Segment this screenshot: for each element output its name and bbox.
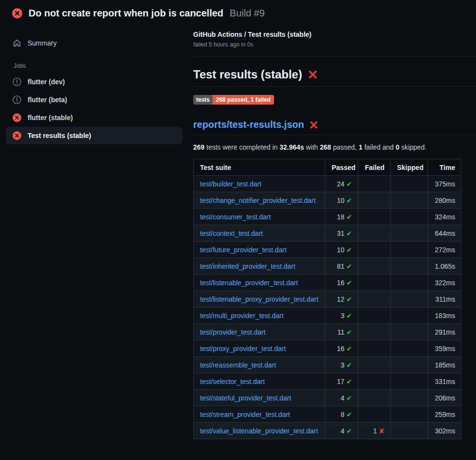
sidebar-job-flutter-stable-[interactable]: flutter (stable): [6, 109, 183, 126]
table-row: test/selector_test.dart17✔331ms: [194, 373, 461, 390]
summary-segment: skipped.: [399, 143, 427, 151]
red-x-icon: [308, 70, 318, 79]
suite-link[interactable]: test/context_test.dart: [200, 230, 263, 237]
suite-link[interactable]: test/change_notifier_provider_test.dart: [200, 197, 316, 204]
suite-link[interactable]: test/value_listenable_provider_test.dart: [200, 427, 318, 435]
suite-cell: test/listenable_provider_test.dart: [194, 275, 325, 291]
suite-link[interactable]: test/builder_test.dart: [200, 180, 261, 188]
count-value: 10: [337, 246, 345, 254]
suite-cell: test/stateful_provider_test.dart: [194, 390, 325, 406]
table-row: test/reassemble_test.dart3✔185ms: [194, 357, 461, 373]
skipped-cell: [391, 340, 428, 357]
check-icon: ✔: [346, 345, 352, 353]
skipped-cell: [391, 275, 428, 291]
time-cell: 1.065s: [428, 258, 461, 275]
check-title-text: Test results (stable): [193, 68, 302, 81]
failed-cell: [358, 373, 391, 390]
failed-cell: [358, 225, 391, 242]
failed-cell: [358, 340, 391, 357]
suite-link[interactable]: test/consumer_test.dart: [200, 213, 271, 221]
sidebar-summary-label: Summary: [28, 39, 57, 47]
x-circle-icon: [12, 8, 22, 18]
time-cell: 206ms: [428, 390, 461, 406]
check-icon: ✔: [346, 262, 352, 270]
time-cell: 185ms: [428, 357, 461, 373]
passed-cell: 4✔: [325, 390, 358, 406]
time-cell: 375ms: [428, 176, 461, 192]
count-value: 8: [340, 411, 344, 418]
col-header-test-suite: Test suite: [194, 159, 325, 176]
table-row: test/consumer_test.dart18✔324ms: [194, 209, 461, 225]
table-row: test/stateful_provider_test.dart4✔206ms: [194, 390, 461, 406]
time-cell: 311ms: [428, 291, 461, 307]
table-row: test/change_notifier_provider_test.dart1…: [194, 192, 461, 209]
check-icon: ✔: [346, 411, 352, 418]
summary-segment: 269: [193, 143, 204, 151]
suite-cell: test/future_provider_test.dart: [194, 242, 325, 258]
failed-cell: 1✘: [358, 423, 391, 439]
col-header-passed: Passed: [325, 159, 358, 176]
badge-value: 268 passed, 1 failed: [213, 95, 274, 105]
summary-segment: with: [304, 143, 320, 151]
col-header-time: Time: [428, 159, 461, 176]
suite-link[interactable]: test/provider_test.dart: [200, 328, 265, 336]
passed-cell: 12✔: [325, 291, 358, 307]
check-icon: ✔: [346, 361, 352, 369]
time-cell: 183ms: [428, 307, 461, 324]
count-value: 3: [340, 361, 344, 369]
suite-link[interactable]: test/stream_provider_test.dart: [200, 411, 290, 418]
passed-cell: 31✔: [325, 225, 358, 242]
skipped-cell: [391, 209, 428, 225]
time-cell: 322ms: [428, 275, 461, 291]
skipped-cell: [391, 307, 428, 324]
sidebar-job-test-results-stable-[interactable]: Test results (stable): [6, 127, 183, 144]
main-panel: GitHub Actions / Test results (stable) f…: [189, 24, 476, 439]
suite-cell: test/provider_test.dart: [194, 324, 325, 340]
check-icon: ✔: [346, 394, 352, 402]
home-icon: [13, 39, 21, 47]
count-value: 17: [337, 378, 345, 385]
check-icon: ✔: [346, 246, 352, 254]
suite-link[interactable]: test/reassemble_test.dart: [200, 361, 276, 369]
check-icon: ✔: [346, 312, 352, 320]
suite-link[interactable]: test/proxy_provider_test.dart: [200, 345, 286, 353]
failed-cell: [358, 406, 391, 423]
time-cell: 280ms: [428, 192, 461, 209]
passed-cell: 3✔: [325, 307, 358, 324]
summary-segment: tests were completed in: [204, 143, 279, 151]
suite-link[interactable]: test/multi_provider_test.dart: [200, 312, 284, 320]
x-circle-icon: [13, 113, 21, 122]
suite-link[interactable]: test/listenable_proxy_provider_test.dart: [200, 295, 318, 303]
check-title: Test results (stable): [193, 68, 476, 87]
skipped-cell: [391, 390, 428, 406]
stop-icon: [13, 95, 21, 104]
job-label: flutter (beta): [28, 96, 67, 104]
sidebar-job-flutter-beta-[interactable]: flutter (beta): [6, 91, 183, 108]
count-value: 3: [340, 312, 344, 320]
suite-cell: test/inherited_provider_test.dart: [194, 258, 325, 275]
suite-link[interactable]: test/future_provider_test.dart: [200, 246, 287, 254]
table-row: test/inherited_provider_test.dart81✔1.06…: [194, 258, 461, 275]
suite-link[interactable]: test/stateful_provider_test.dart: [200, 394, 291, 402]
col-header-failed: Failed: [358, 159, 391, 176]
count-value: 16: [337, 345, 345, 353]
table-row: test/builder_test.dart24✔375ms: [194, 176, 461, 192]
skipped-cell: [391, 176, 428, 192]
check-icon: ✔: [346, 213, 352, 221]
suite-link[interactable]: test/inherited_provider_test.dart: [200, 262, 295, 270]
passed-cell: 16✔: [325, 275, 358, 291]
suite-cell: test/multi_provider_test.dart: [194, 307, 325, 324]
passed-cell: 11✔: [325, 324, 358, 340]
table-row: test/value_listenable_provider_test.dart…: [194, 423, 461, 439]
sidebar-item-summary[interactable]: Summary: [6, 34, 183, 52]
failed-cell: [358, 258, 391, 275]
suite-cell: test/proxy_provider_test.dart: [194, 340, 325, 357]
report-title-link[interactable]: reports/test-results.json: [193, 119, 304, 130]
skipped-cell: [391, 242, 428, 258]
sidebar-job-flutter-dev-[interactable]: flutter (dev): [6, 73, 183, 91]
check-icon: ✔: [346, 295, 352, 303]
check-icon: ✔: [346, 328, 352, 336]
suite-link[interactable]: test/selector_test.dart: [200, 378, 265, 385]
suite-cell: test/listenable_proxy_provider_test.dart: [194, 291, 325, 307]
suite-link[interactable]: test/listenable_provider_test.dart: [200, 279, 298, 287]
